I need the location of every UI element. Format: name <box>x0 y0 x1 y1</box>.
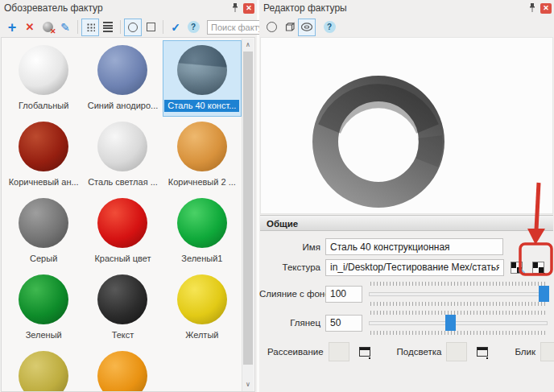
name-row: Имя <box>259 238 548 255</box>
window-icon <box>359 347 370 357</box>
gloss-slider[interactable] <box>369 311 548 335</box>
remove-material-button[interactable]: ✕ <box>39 19 56 36</box>
glow-group: Подсветка <box>397 342 491 361</box>
specular-group: Блик <box>515 342 554 361</box>
apply-button[interactable]: ✓ <box>167 19 184 36</box>
plus-icon: + <box>8 20 17 35</box>
material-tile[interactable]: Желтый <box>163 270 242 346</box>
scroll-up-icon[interactable]: ∧ <box>242 39 254 51</box>
material-name: Коричневый 2 ... <box>165 176 239 188</box>
material-tile[interactable]: Коричневый 2 ... <box>163 117 242 193</box>
material-sphere <box>177 122 227 171</box>
torus-preview <box>309 72 448 211</box>
materials-list: Глобальный Синий анодиро... Сталь 40 кон… <box>1 37 255 392</box>
scroll-down-icon[interactable]: ∨ <box>242 378 254 390</box>
flat-preview-button[interactable] <box>142 19 159 36</box>
edit-texture-image-button[interactable]: ✎ <box>506 258 526 277</box>
texture-row: Текстура ✎ <box>259 258 548 277</box>
blend-label: Слияние с фоном <box>259 289 320 299</box>
sphere-shape-button[interactable] <box>263 19 280 36</box>
material-name: Зеленый <box>23 329 65 341</box>
material-tile[interactable]: Сталь 40 конст... <box>163 40 242 117</box>
scrollbar-thumb[interactable] <box>243 52 253 365</box>
texture-editor-panel: Редактор фактуры ✕ ? <box>259 0 554 392</box>
texture-path-field[interactable] <box>325 259 504 276</box>
help-button[interactable]: ? <box>320 19 338 36</box>
material-name: Сталь 40 конст... <box>164 100 239 112</box>
sphere-preview-button[interactable] <box>124 19 142 36</box>
glow-color-swatch[interactable] <box>446 342 467 361</box>
diffuse-picker-button[interactable] <box>357 344 373 360</box>
material-name: Сталь светлая ... <box>85 176 161 188</box>
add-texture-button[interactable]: + <box>3 19 21 36</box>
close-panel-button[interactable]: ✕ <box>540 3 552 14</box>
delete-icon: ✕ <box>26 21 35 33</box>
material-sphere <box>177 45 227 95</box>
slider-track <box>369 292 548 296</box>
material-sphere <box>97 45 147 95</box>
help-button[interactable]: ? <box>184 19 202 36</box>
toolbar-separator <box>77 20 78 34</box>
blend-value-field[interactable] <box>325 286 362 303</box>
texture-browser-title: Обозреватель фактур <box>4 2 231 14</box>
name-field[interactable] <box>325 238 503 255</box>
material-tile[interactable]: Коричневый ан... <box>4 117 83 193</box>
material-tile[interactable]: Красный цвет <box>83 193 162 270</box>
texture-browser-panel: Обозреватель фактур ✕ + ✕ ✕ ✎ ✓ ? <box>0 0 257 392</box>
torus-shape-button[interactable] <box>298 19 316 36</box>
material-name: Коричневый ан... <box>6 176 82 188</box>
material-name: Синий анодиро... <box>85 100 162 112</box>
color-settings-row: Рассеивание Подсветка Блик <box>259 342 548 361</box>
texture-properties-form: Имя Текстура ✎ Слияние с фоном <box>259 233 554 392</box>
name-label: Имя <box>259 242 320 252</box>
check-icon: ✓ <box>171 21 180 34</box>
pin-icon[interactable] <box>231 3 239 13</box>
material-tile[interactable]: Зеленый <box>4 270 83 346</box>
material-tile[interactable]: Текст <box>83 270 162 346</box>
cube-icon <box>283 21 296 33</box>
material-tile[interactable]: Серый <box>4 193 83 270</box>
edit-texture-button[interactable]: ✎ <box>56 19 74 36</box>
glow-picker-button[interactable] <box>474 344 490 360</box>
material-tile[interactable]: Синий анодиро... <box>83 40 162 117</box>
slider-track <box>369 321 548 325</box>
blend-slider[interactable] <box>369 282 548 306</box>
list-view-icon <box>103 22 113 32</box>
square-icon <box>147 23 155 31</box>
more-dot-icon <box>543 273 545 275</box>
texture-editor-titlebar: Редактор фактуры ✕ <box>259 0 554 15</box>
window-icon <box>477 347 488 357</box>
material-tile[interactable]: Сталь светлая ... <box>83 117 162 193</box>
slider-ticks <box>370 311 546 315</box>
material-tile[interactable] <box>83 346 162 391</box>
delete-texture-button[interactable]: ✕ <box>21 19 39 36</box>
texture-label: Текстура <box>259 262 320 272</box>
help-icon: ? <box>188 21 200 33</box>
texture-browser-titlebar: Обозреватель фактур ✕ <box>0 0 257 15</box>
grid-view-button[interactable] <box>81 19 99 36</box>
material-tile[interactable]: Глобальный <box>4 40 83 117</box>
specular-color-swatch[interactable] <box>540 342 554 361</box>
close-panel-button[interactable]: ✕ <box>243 3 254 14</box>
material-name: Серый <box>27 253 60 265</box>
pin-icon[interactable] <box>528 3 536 13</box>
list-view-button[interactable] <box>99 19 117 36</box>
material-sphere <box>97 274 147 324</box>
gloss-slider-thumb[interactable] <box>445 315 456 331</box>
browse-texture-image-button[interactable] <box>528 258 548 277</box>
material-tile[interactable] <box>4 346 83 391</box>
diffuse-color-swatch[interactable] <box>329 342 349 361</box>
material-name: Текст <box>109 329 138 341</box>
material-sphere <box>19 198 68 248</box>
diffuse-label: Рассеивание <box>267 347 324 357</box>
material-tile[interactable]: Зеленый1 <box>163 193 242 270</box>
slider-ticks <box>370 331 546 335</box>
materials-scrollbar[interactable]: ∧ ∨ <box>242 39 254 391</box>
blend-slider-thumb[interactable] <box>539 286 549 302</box>
material-sphere <box>97 122 147 171</box>
toolbar-separator <box>120 20 121 34</box>
application-window: Обозреватель фактур ✕ + ✕ ✕ ✎ ✓ ? <box>0 0 554 392</box>
specular-label: Блик <box>515 347 535 357</box>
gloss-value-field[interactable] <box>325 315 362 332</box>
cube-shape-button[interactable] <box>280 19 298 36</box>
